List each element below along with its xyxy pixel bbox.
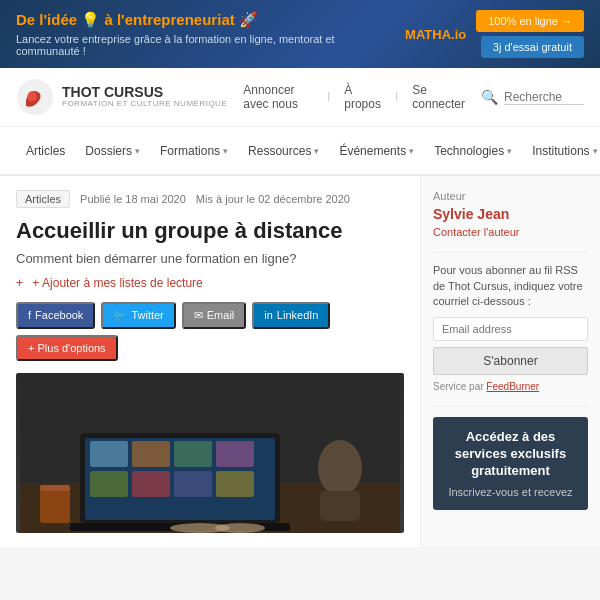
banner-subtitle: Lancez votre entreprise grâce à la forma… bbox=[16, 33, 395, 57]
linkedin-button[interactable]: in LinkedIn bbox=[252, 302, 330, 329]
nav-formations-label: Formations bbox=[160, 144, 220, 158]
nav-sep-1: I bbox=[327, 90, 330, 104]
banner-title-prefix: De l'idée bbox=[16, 11, 81, 28]
more-label: + Plus d'options bbox=[28, 342, 106, 354]
svg-rect-14 bbox=[40, 488, 70, 523]
svg-rect-8 bbox=[216, 441, 254, 467]
logo-icon bbox=[16, 78, 54, 116]
dossiers-arrow: ▾ bbox=[135, 146, 140, 156]
banner-rocket: 🚀 bbox=[239, 11, 258, 28]
add-reading-link[interactable]: + + Ajouter à mes listes de lecture bbox=[16, 276, 404, 290]
logo-text: THOT CURSUS Formation et culture numériq… bbox=[62, 85, 227, 109]
email-button[interactable]: ✉ Email bbox=[182, 302, 247, 329]
email-icon: ✉ bbox=[194, 309, 203, 322]
nav-dossiers[interactable]: Dossiers ▾ bbox=[75, 134, 150, 168]
promo-subtitle: Inscrivez-vous et recevez bbox=[445, 486, 576, 498]
facebook-label: Facebook bbox=[35, 309, 83, 321]
brand-tagline: Formation et culture numérique bbox=[62, 100, 227, 109]
article-subtitle: Comment bien démarrer une formation en l… bbox=[16, 251, 404, 266]
feedburner-link[interactable]: FeedBurner bbox=[486, 381, 539, 392]
banner-online-button[interactable]: 100% en ligne → bbox=[476, 10, 584, 32]
subscribe-button[interactable]: S'abonner bbox=[433, 347, 588, 375]
svg-rect-5 bbox=[90, 441, 128, 467]
articles-badge: Articles bbox=[16, 190, 70, 208]
nav-sep-2: I bbox=[395, 90, 398, 104]
service-text: Service par bbox=[433, 381, 484, 392]
add-reading-label: + Ajouter à mes listes de lecture bbox=[32, 276, 202, 290]
sidebar-divider-1 bbox=[433, 252, 588, 253]
nav-ressources[interactable]: Ressources ▾ bbox=[238, 134, 329, 168]
nav-articles[interactable]: Articles bbox=[16, 134, 75, 168]
nav-evenements[interactable]: Événements ▾ bbox=[329, 134, 424, 168]
svg-rect-10 bbox=[132, 471, 170, 497]
promo-title: Accédez à des services exclusifs gratuit… bbox=[445, 429, 576, 480]
twitter-button[interactable]: 🐦 Twitter bbox=[101, 302, 175, 329]
svg-point-16 bbox=[318, 440, 362, 496]
social-buttons: f Facebook 🐦 Twitter ✉ Email in LinkedIn… bbox=[16, 302, 404, 361]
svg-rect-12 bbox=[216, 471, 254, 497]
nav-apropos[interactable]: À propos bbox=[344, 83, 381, 111]
updated-date: Mis à jour le 02 décembre 2020 bbox=[196, 193, 350, 205]
header-nav: Annoncer avec nous I À propos I Se conne… bbox=[243, 83, 465, 111]
nav-connecter[interactable]: Se connecter bbox=[412, 83, 465, 111]
institutions-arrow: ▾ bbox=[593, 146, 598, 156]
brand-name: THOT CURSUS bbox=[62, 85, 227, 100]
banner-trial-button[interactable]: 3j d'essai gratuit bbox=[481, 36, 584, 58]
svg-rect-11 bbox=[174, 471, 212, 497]
logo-area: THOT CURSUS Formation et culture numériq… bbox=[16, 78, 227, 116]
banner-content: De l'idée 💡 à l'entrepreneuriat 🚀 Lancez… bbox=[16, 11, 395, 57]
banner-title: De l'idée 💡 à l'entrepreneuriat 🚀 bbox=[16, 11, 395, 29]
ressources-arrow: ▾ bbox=[314, 146, 319, 156]
author-name: Sylvie Jean bbox=[433, 206, 588, 222]
article-title: Accueillir un groupe à distance bbox=[16, 218, 404, 244]
top-banner: De l'idée 💡 à l'entrepreneuriat 🚀 Lancez… bbox=[0, 0, 600, 68]
article-meta: Articles Publié le 18 mai 2020 Mis à jou… bbox=[16, 190, 404, 208]
email-input[interactable] bbox=[433, 317, 588, 341]
sidebar-divider-2 bbox=[433, 406, 588, 407]
nav-technologies-label: Technologies bbox=[434, 144, 504, 158]
search-input[interactable] bbox=[504, 90, 584, 105]
banner-emoji: 💡 bbox=[81, 11, 100, 28]
svg-rect-17 bbox=[320, 491, 360, 521]
author-label: Auteur bbox=[433, 190, 588, 202]
twitter-icon: 🐦 bbox=[113, 309, 127, 322]
site-header: THOT CURSUS Formation et culture numériq… bbox=[0, 68, 600, 127]
service-label: Service par FeedBurner bbox=[433, 381, 588, 392]
nav-annoncer[interactable]: Annoncer avec nous bbox=[243, 83, 313, 111]
content-area: Articles Publié le 18 mai 2020 Mis à jou… bbox=[0, 176, 600, 546]
banner-logo-text: MATHA.io bbox=[405, 27, 466, 42]
main-nav: Articles Dossiers ▾ Formations ▾ Ressour… bbox=[0, 127, 600, 176]
contact-author-link[interactable]: Contacter l'auteur bbox=[433, 226, 588, 238]
banner-logo: MATHA.io bbox=[405, 27, 466, 42]
published-date: Publié le 18 mai 2020 bbox=[80, 193, 186, 205]
svg-rect-9 bbox=[90, 471, 128, 497]
svg-rect-7 bbox=[174, 441, 212, 467]
search-icon: 🔍 bbox=[481, 89, 498, 105]
svg-rect-6 bbox=[132, 441, 170, 467]
sidebar: Auteur Sylvie Jean Contacter l'auteur Po… bbox=[420, 176, 600, 546]
facebook-icon: f bbox=[28, 309, 31, 321]
formations-arrow: ▾ bbox=[223, 146, 228, 156]
main-column: Articles Publié le 18 mai 2020 Mis à jou… bbox=[0, 176, 420, 546]
nav-formations[interactable]: Formations ▾ bbox=[150, 134, 238, 168]
email-label: Email bbox=[207, 309, 235, 321]
linkedin-label: LinkedIn bbox=[277, 309, 319, 321]
more-options-button[interactable]: + Plus d'options bbox=[16, 335, 118, 361]
nav-ressources-label: Ressources bbox=[248, 144, 311, 158]
svg-rect-15 bbox=[40, 485, 70, 491]
nav-institutions[interactable]: Institutions ▾ bbox=[522, 134, 600, 168]
banner-title-suffix: à l'entrepreneuriat bbox=[104, 11, 238, 28]
article-image-svg bbox=[16, 373, 404, 533]
svg-point-19 bbox=[215, 523, 265, 533]
banner-cta: 100% en ligne → 3j d'essai gratuit bbox=[476, 10, 584, 58]
evenements-arrow: ▾ bbox=[409, 146, 414, 156]
facebook-button[interactable]: f Facebook bbox=[16, 302, 95, 329]
linkedin-icon: in bbox=[264, 309, 273, 321]
nav-articles-label: Articles bbox=[26, 144, 65, 158]
add-icon: + bbox=[16, 276, 23, 290]
article-image bbox=[16, 373, 404, 533]
technologies-arrow: ▾ bbox=[507, 146, 512, 156]
nav-technologies[interactable]: Technologies ▾ bbox=[424, 134, 522, 168]
nav-institutions-label: Institutions bbox=[532, 144, 589, 158]
promo-box: Accédez à des services exclusifs gratuit… bbox=[433, 417, 588, 510]
